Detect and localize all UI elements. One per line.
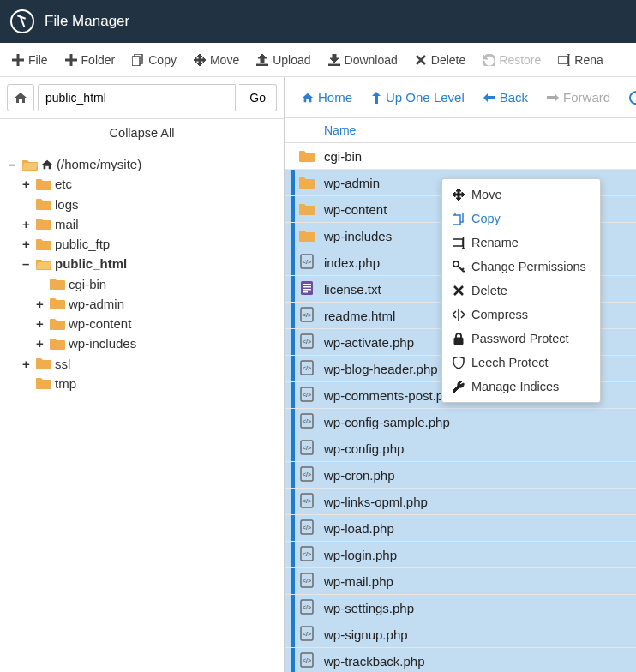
download-button[interactable]: Download (320, 48, 406, 72)
tree-toggle-icon[interactable]: + (22, 174, 33, 194)
context-copy[interactable]: Copy (442, 207, 600, 231)
selection-bar (291, 170, 295, 195)
tree-toggle-icon[interactable]: – (22, 254, 33, 273)
svg-text:</>: </> (303, 631, 311, 637)
nav-back[interactable]: Back (475, 85, 537, 110)
tree-node[interactable]: +mail (9, 214, 275, 234)
file-row[interactable]: </>wp-login.php (285, 542, 636, 568)
tree-node[interactable]: +wp-content (9, 314, 275, 333)
folder-icon (36, 178, 51, 190)
delete-button[interactable]: Delete (406, 48, 474, 72)
nav-reload[interactable] (621, 86, 636, 110)
file-icon: </> (300, 493, 314, 511)
context-perms[interactable]: Change Permissions (442, 255, 600, 279)
copy-button[interactable]: Copy (123, 48, 185, 72)
tree-node[interactable]: +public_ftp (9, 234, 275, 254)
delete-icon (453, 285, 465, 297)
tree-node[interactable]: –public_html (9, 254, 275, 273)
home-button[interactable] (7, 84, 34, 111)
tree-node[interactable]: +wp-admin (9, 294, 275, 314)
context-delete[interactable]: Delete (442, 279, 600, 303)
file-row[interactable]: </>wp-config.php (285, 435, 636, 462)
context-compress[interactable]: Compress (442, 303, 600, 327)
move-button[interactable]: Move (185, 48, 248, 72)
toolbar-label: Download (345, 53, 398, 67)
tree-node[interactable]: +wp-includes (9, 333, 275, 353)
tree-root-label: (/home/mysite) (57, 154, 141, 174)
plus-icon (12, 54, 24, 66)
nav-home[interactable]: Home (293, 85, 361, 110)
svg-text:</>: </> (303, 551, 311, 557)
selection-bar (291, 595, 295, 621)
tree-toggle-icon[interactable]: + (22, 354, 33, 374)
context-label: Password Protect (471, 332, 569, 345)
file-name: wp-settings.php (324, 601, 414, 615)
svg-rect-1 (132, 57, 140, 66)
file-icon: </> (300, 466, 314, 484)
nav-forward: Forward (538, 85, 619, 110)
tree-toggle-icon[interactable]: + (22, 234, 33, 254)
tree-toggle-icon[interactable]: + (22, 214, 33, 234)
file-row[interactable]: </>wp-trackback.php (285, 648, 636, 672)
file-name: wp-content (324, 202, 387, 217)
path-input[interactable] (38, 84, 236, 111)
file-name: wp-login.php (324, 548, 397, 562)
file-name: wp-blog-header.php (324, 362, 438, 376)
tree-node[interactable]: tmp (9, 374, 275, 393)
tree-node[interactable]: +etc (9, 174, 275, 194)
context-indices[interactable]: Manage Indices (442, 375, 600, 399)
tree-node[interactable]: logs (9, 195, 275, 214)
tree-root[interactable]: – (/home/mysite) (9, 154, 275, 174)
svg-text:</>: </> (303, 418, 311, 424)
delete-icon (415, 54, 427, 66)
folder-icon (36, 357, 51, 369)
context-pwprotect[interactable]: Password Protect (442, 327, 600, 351)
file-name: wp-includes (324, 229, 392, 243)
column-header-name[interactable]: Name (285, 118, 636, 143)
file-row[interactable]: </>wp-load.php (285, 515, 636, 542)
context-rename[interactable]: Rename (442, 231, 600, 255)
file-button[interactable]: File (3, 48, 57, 72)
tree-toggle-icon[interactable]: + (36, 294, 46, 314)
collapse-all-button[interactable]: Collapse All (0, 119, 284, 147)
move-icon (194, 54, 206, 66)
selection-bar (291, 329, 295, 355)
file-row[interactable]: </>wp-settings.php (285, 595, 636, 621)
file-name: wp-trackback.php (324, 654, 425, 669)
file-row[interactable]: cgi-bin (285, 143, 636, 170)
file-icon: </> (300, 413, 314, 431)
svg-rect-42 (454, 338, 463, 345)
move-icon (453, 189, 465, 201)
tree-node[interactable]: cgi-bin (9, 274, 275, 294)
file-row[interactable]: </>wp-mail.php (285, 568, 636, 595)
nav-up[interactable]: Up One Level (363, 85, 473, 110)
nav-bar: Home Up One Level Back Forward (285, 77, 636, 118)
selection-bar (291, 648, 295, 672)
svg-text:</>: </> (303, 657, 311, 663)
file-row[interactable]: </>wp-links-opml.php (285, 489, 636, 515)
file-icon: </> (300, 333, 314, 351)
go-button[interactable]: Go (239, 84, 277, 111)
svg-rect-5 (301, 281, 313, 295)
file-row[interactable]: </>wp-signup.php (285, 621, 636, 648)
tree-node-label: wp-includes (69, 333, 136, 353)
tree-node[interactable]: +ssl (9, 354, 275, 374)
context-move[interactable]: Move (442, 183, 600, 207)
folder-button[interactable]: Folder (57, 48, 124, 72)
file-row[interactable]: </>wp-cron.php (285, 462, 636, 489)
tree-toggle-icon[interactable]: + (36, 314, 46, 333)
folder-icon (299, 177, 315, 189)
svg-rect-40 (453, 239, 463, 246)
svg-rect-9 (303, 291, 308, 293)
home-icon (14, 91, 27, 105)
file-row[interactable]: </>wp-config-sample.php (285, 409, 636, 435)
tree-toggle-icon[interactable]: – (9, 154, 19, 174)
upload-button[interactable]: Upload (248, 48, 319, 72)
rename-icon (453, 237, 465, 249)
context-label: Manage Indices (471, 380, 559, 393)
reload-icon (629, 91, 636, 105)
selection-bar (291, 303, 295, 328)
rename-button[interactable]: Rena (549, 48, 611, 72)
context-leech[interactable]: Leech Protect (442, 351, 600, 375)
tree-toggle-icon[interactable]: + (36, 333, 46, 353)
